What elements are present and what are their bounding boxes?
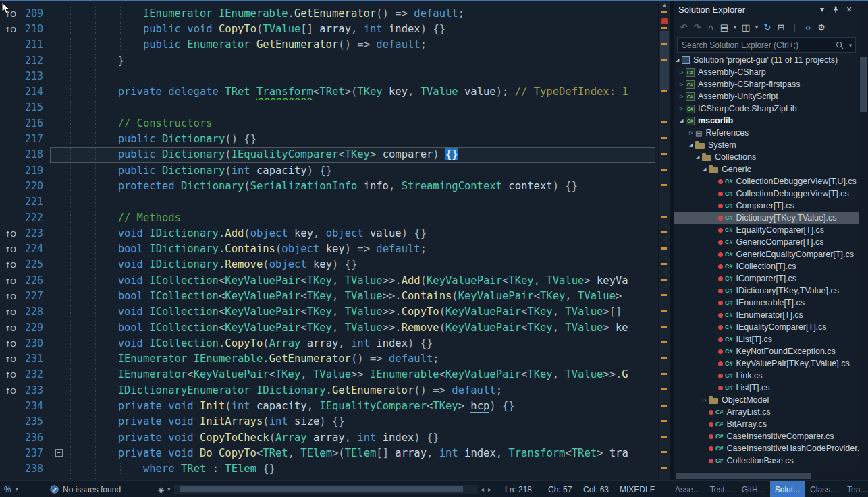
window-menu-icon[interactable]: ▾ [817,5,828,14]
override-indicator-icon[interactable]: ↑O [0,305,20,318]
line-number[interactable]: 214 [20,86,50,98]
se-vertical-scrollbar[interactable] [859,0,868,480]
hscroll-thumb[interactable] [180,486,463,492]
code-text[interactable]: private void InitArrays(int size) {} [67,414,658,430]
code-text[interactable]: public Enumerator GetEnumerator() => def… [67,37,658,53]
collapsed-arrow-icon[interactable]: ▷ [680,78,686,90]
tree-item[interactable]: ◢C#mscorlib [674,115,859,127]
code-text[interactable]: bool ICollection<KeyValuePair<TKey, TVal… [67,288,658,303]
tree-item[interactable]: C#IDictionary[TKey,TValue].cs [674,285,859,297]
line-number[interactable]: 217 [20,133,50,145]
panel-tab-asse[interactable]: Asse... [670,481,705,497]
collapsed-arrow-icon[interactable]: ▷ [680,103,686,115]
back-icon[interactable]: ↶ [678,22,689,32]
override-indicator-icon[interactable]: ↑O [0,337,20,349]
tree-item[interactable]: C#IEqualityComparer[T].cs [674,321,859,333]
se-hscroll-thumb[interactable] [676,473,811,479]
scroll-left-icon[interactable]: ◂ [481,486,484,493]
editor-scrollbar[interactable]: ▴ [658,0,670,480]
collapsed-arrow-icon[interactable]: ▷ [680,66,686,78]
code-text[interactable]: IDictionaryEnumerator IDictionary.GetEnu… [67,382,658,398]
tree-item[interactable]: ◢System [674,139,859,151]
code-text[interactable]: public Dictionary(int capacity) {} [67,163,658,178]
editor-horizontal-scrollbar[interactable] [174,485,478,494]
tree-item[interactable]: C#KeyNotFoundException.cs [674,345,859,357]
code-text[interactable]: // Methods [67,210,658,225]
tree-item[interactable]: ▷C#ICSharpCode.SharpZipLib [674,103,859,115]
tree-item[interactable]: ▷▤References [674,127,859,139]
editor-scrollbar-thumb[interactable] [660,31,669,90]
se-horizontal-scrollbar[interactable] [674,471,859,480]
tree-item[interactable]: C#IComparer[T].cs [674,272,859,285]
code-text[interactable] [67,194,658,210]
line-number[interactable]: 227 [20,290,50,302]
tree-item[interactable]: C#List[T].cs [674,382,859,394]
code-text[interactable]: } [67,53,658,68]
override-indicator-icon[interactable]: ↑O [0,258,20,270]
line-number[interactable]: 219 [20,165,50,177]
code-text[interactable]: void IDictionary.Remove(object key) {} [67,257,658,272]
code-text[interactable]: private delegate TRet Transform<TRet>(TK… [67,84,658,99]
line-number[interactable]: 238 [20,463,50,475]
code-cleanup-icon[interactable]: ◈ [158,485,164,494]
code-text[interactable]: private void CopyToCheck(Array array, in… [67,430,658,445]
code-text[interactable]: public void CopyTo(TValue[] array, int i… [67,21,658,36]
line-number[interactable]: 236 [20,432,50,444]
se-vscroll-thumb[interactable] [860,57,867,112]
code-text[interactable]: protected Dictionary(SerializationInfo i… [67,178,658,194]
tree-item[interactable]: C#GenericComparer[T].cs [674,236,859,248]
switch-views-icon[interactable]: ▤ [719,22,730,32]
line-number[interactable]: 226 [20,274,50,287]
code-text[interactable]: IEnumerator<KeyValuePair<TKey, TValue>> … [67,367,658,382]
code-text[interactable]: where TRet : TElem {} [67,461,658,477]
collapsed-arrow-icon[interactable]: ▷ [703,394,709,406]
expanded-arrow-icon[interactable]: ◢ [689,139,695,151]
pin-icon[interactable] [830,6,841,13]
expanded-arrow-icon[interactable]: ◢ [696,151,702,163]
code-text[interactable]: bool IDictionary.Contains(object key) =>… [67,241,658,256]
override-indicator-icon[interactable]: ↑O [0,290,20,302]
panel-tab-class[interactable]: Class... [805,481,842,497]
code-text[interactable]: public Dictionary() {} [67,131,658,146]
panel-tab-tea[interactable]: Tea... [842,481,868,497]
tree-item[interactable]: C#ArrayList.cs [674,406,859,418]
line-number[interactable]: 225 [20,258,50,270]
tree-item[interactable]: C#ICollection[T].cs [674,260,859,272]
tree-item[interactable]: ▷C#Assembly-CSharp [674,66,859,78]
tree-item[interactable]: C#IList[T].cs [674,333,859,345]
code-text[interactable]: void IDictionary.Add(object key, object … [67,225,658,241]
issues-status-text[interactable]: No issues found [63,485,121,494]
scrollbar-up-icon[interactable]: ▴ [659,1,670,8]
code-text[interactable] [67,68,658,84]
line-number[interactable]: 213 [20,70,50,82]
line-number[interactable]: 222 [20,212,50,224]
code-text[interactable]: public Dictionary(IEqualityComparer<TKey… [67,147,655,163]
refresh-icon[interactable]: ↻ [762,22,773,32]
show-all-files-icon[interactable]: ◫ [740,22,751,32]
health-indicator-icon[interactable] [50,485,59,494]
code-text[interactable]: private void Do_CopyTo<TRet, TElem>(TEle… [67,445,658,461]
line-number[interactable]: 234 [20,400,50,412]
search-input[interactable] [678,40,834,50]
collapsed-arrow-icon[interactable]: ▷ [680,90,686,103]
tree-item[interactable]: C#EqualityComparer[T].cs [674,224,859,236]
tree-item[interactable]: C#Dictionary[TKey,TValue].cs [674,212,859,224]
tree-item[interactable]: C#CaseInsensitiveHashCodeProvider.cs [674,442,859,455]
tree-item[interactable]: ◢Solution 'project-gui' (11 of 11 projec… [674,54,859,66]
line-number[interactable]: 218 [20,148,50,160]
collapse-all-icon[interactable]: ⊟ [776,22,786,32]
expanded-arrow-icon[interactable]: ◢ [703,163,709,175]
override-indicator-icon[interactable]: ↑O [0,7,20,20]
chevron-down-icon[interactable]: ▾ [16,486,18,492]
view-code-icon[interactable]: ‹› [803,22,813,32]
line-number[interactable]: 209 [20,7,50,20]
override-indicator-icon[interactable]: ↑O [0,23,20,35]
line-number[interactable]: 232 [20,368,50,380]
code-text[interactable]: IEnumerator IEnumerable.GetEnumerator() … [67,351,658,367]
chevron-down-icon[interactable]: ▾ [732,24,738,30]
search-icon[interactable] [834,41,846,49]
code-text[interactable]: void ICollection<KeyValuePair<TKey, TVal… [67,304,658,320]
code-text[interactable]: private void Init(int capacity, IEqualit… [67,398,658,413]
tree-item[interactable]: C#CaseInsensitiveComparer.cs [674,430,859,442]
override-indicator-icon[interactable]: ↑O [0,243,20,255]
